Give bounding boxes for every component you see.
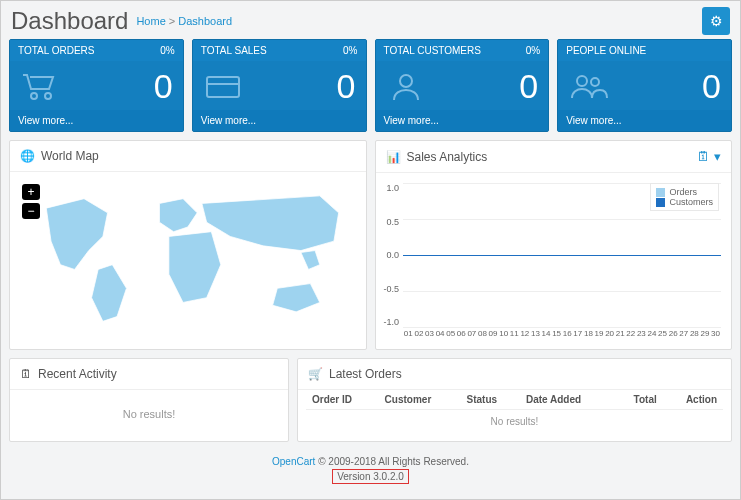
settings-button[interactable]: ⚙ bbox=[702, 7, 730, 35]
sales-chart: 1.00.50.0-0.5-1.0 Orders Customers bbox=[384, 181, 724, 341]
svg-point-4 bbox=[400, 75, 412, 87]
orders-table: Order ID Customer Status Date Added Tota… bbox=[306, 390, 723, 433]
line-customers bbox=[403, 255, 721, 256]
tile-online-more[interactable]: View more... bbox=[558, 110, 731, 131]
gear-icon: ⚙ bbox=[710, 13, 723, 29]
zoom-out-button[interactable]: − bbox=[22, 203, 40, 219]
svg-point-0 bbox=[31, 93, 37, 99]
col-total[interactable]: Total bbox=[614, 390, 663, 410]
card-icon bbox=[203, 70, 243, 104]
page-title: Dashboard bbox=[11, 7, 128, 35]
recent-empty: No results! bbox=[18, 398, 280, 430]
cart-icon: 🛒 bbox=[308, 367, 323, 381]
zoom-in-button[interactable]: + bbox=[22, 184, 40, 200]
col-customer[interactable]: Customer bbox=[379, 390, 461, 410]
breadcrumb-current[interactable]: Dashboard bbox=[178, 15, 232, 27]
tile-total-customers: TOTAL CUSTOMERS0% 0 View more... bbox=[375, 39, 550, 132]
col-action[interactable]: Action bbox=[663, 390, 723, 410]
chart-legend: Orders Customers bbox=[650, 183, 719, 211]
col-status[interactable]: Status bbox=[461, 390, 520, 410]
tile-orders-more[interactable]: View more... bbox=[10, 110, 183, 131]
svg-point-5 bbox=[577, 76, 587, 86]
chart-icon: 📊 bbox=[386, 150, 401, 164]
col-date[interactable]: Date Added bbox=[520, 390, 614, 410]
svg-rect-2 bbox=[207, 77, 239, 97]
calendar-icon: 🗓 bbox=[697, 149, 710, 164]
footer: OpenCart © 2009-2018 All Rights Reserved… bbox=[1, 456, 740, 484]
recent-activity-panel: 🗓Recent Activity No results! bbox=[9, 358, 289, 442]
svg-point-1 bbox=[45, 93, 51, 99]
world-map-panel: 🌐World Map + − bbox=[9, 140, 367, 350]
calendar-icon: 🗓 bbox=[20, 367, 32, 381]
world-map[interactable]: + − bbox=[18, 180, 358, 340]
svg-point-6 bbox=[591, 78, 599, 86]
footer-brand-link[interactable]: OpenCart bbox=[272, 456, 315, 467]
globe-icon: 🌐 bbox=[20, 149, 35, 163]
tile-total-sales: TOTAL SALES0% 0 View more... bbox=[192, 39, 367, 132]
latest-orders-panel: 🛒Latest Orders Order ID Customer Status … bbox=[297, 358, 732, 442]
sales-analytics-panel: 📊 Sales Analytics 🗓 ▾ 1.00.50.0-0.5-1.0 bbox=[375, 140, 733, 350]
cart-icon bbox=[20, 70, 60, 104]
tile-total-orders: TOTAL ORDERS0% 0 View more... bbox=[9, 39, 184, 132]
breadcrumb-home[interactable]: Home bbox=[136, 15, 165, 27]
users-icon bbox=[568, 70, 608, 104]
orders-empty: No results! bbox=[306, 410, 723, 434]
tile-sales-more[interactable]: View more... bbox=[193, 110, 366, 131]
chart-range-button[interactable]: 🗓 ▾ bbox=[697, 149, 721, 164]
tile-customers-more[interactable]: View more... bbox=[376, 110, 549, 131]
breadcrumb: Home > Dashboard bbox=[136, 15, 232, 27]
col-order-id[interactable]: Order ID bbox=[306, 390, 379, 410]
user-icon bbox=[386, 70, 426, 104]
tile-people-online: PEOPLE ONLINE 0 View more... bbox=[557, 39, 732, 132]
version-label: Version 3.0.2.0 bbox=[332, 469, 409, 484]
